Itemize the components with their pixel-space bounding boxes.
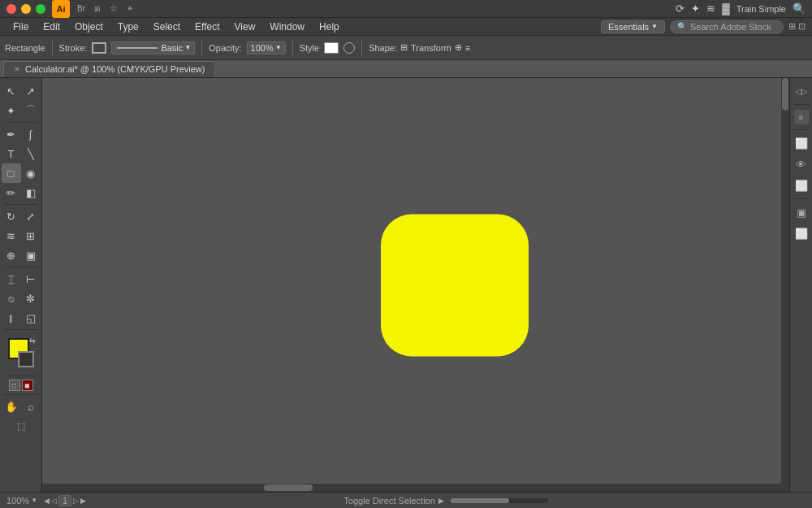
menu-view[interactable]: View	[228, 20, 262, 34]
menubar: File Edit Object Type Select Effect View…	[0, 18, 812, 36]
pencil-button[interactable]: ✏	[2, 183, 21, 202]
column-graph-button[interactable]: ⫿	[2, 308, 21, 328]
swap-colors-icon[interactable]: ⇆	[29, 336, 36, 345]
symbol-spray-button[interactable]: ✼	[21, 289, 41, 308]
status-progress-area: Toggle Direct Selection ▶	[93, 496, 806, 506]
essentials-dropdown[interactable]: Essentials ▼	[601, 20, 665, 33]
lasso-button[interactable]: ⌒	[21, 101, 41, 120]
rotate-button[interactable]: ↻	[2, 206, 21, 226]
stroke-color[interactable]	[92, 42, 106, 54]
stroke-dropdown-arrow: ▼	[184, 44, 191, 51]
minimize-button[interactable]	[21, 4, 31, 14]
sep-3	[5, 267, 37, 267]
quick-mask[interactable]: ◼	[22, 380, 33, 391]
menu-object[interactable]: Object	[68, 20, 110, 34]
titlebar-right: ⟳ ✦ ≋ ▓ Train Simple 🔍	[676, 2, 806, 15]
vertical-scrollbar[interactable]	[781, 78, 789, 492]
libraries-icon[interactable]: ☆	[107, 2, 120, 15]
properties-panel-button[interactable]: ≡	[794, 110, 809, 124]
menu-edit[interactable]: Edit	[37, 20, 67, 34]
rounded-rectangle-shape[interactable]	[381, 215, 529, 357]
appearance-panel-button[interactable]: ⬜	[792, 133, 811, 153]
curvature-button[interactable]: ∫	[21, 124, 41, 144]
transform-label[interactable]: Transform	[411, 43, 451, 53]
battery-icon: ▓	[722, 2, 729, 15]
utility-tools: ⌶ ⊢	[0, 269, 41, 289]
hand-button[interactable]: ✋	[2, 397, 21, 416]
menu-file[interactable]: File	[6, 20, 35, 34]
artboards-panel-button[interactable]: ⬜	[792, 224, 811, 243]
transform-tools: ↻ ⤢	[0, 206, 41, 226]
paintbrush-button[interactable]: ◉	[21, 163, 41, 183]
tabbar: ✕ Calculator.ai* @ 100% (CMYK/GPU Previe…	[0, 60, 812, 78]
sep-6	[5, 394, 37, 395]
magic-lasso-tools: ✦ ⌒	[0, 101, 41, 120]
expand-panels[interactable]: ⊡	[798, 21, 806, 32]
search-icon[interactable]: 🔍	[793, 2, 806, 15]
close-button[interactable]	[6, 4, 16, 14]
blend-button[interactable]: ⍉	[2, 289, 21, 308]
menu-select[interactable]: Select	[147, 20, 187, 34]
horizontal-scrollbar-thumb[interactable]	[264, 484, 313, 491]
line-button[interactable]: ╲	[21, 144, 41, 163]
bridge-icon[interactable]: Br	[75, 2, 88, 15]
arrange-panels[interactable]: ⊞	[788, 21, 796, 32]
vertical-scrollbar-thumb[interactable]	[782, 78, 788, 111]
left-toolbar: ↖ ↗ ✦ ⌒ ✒ ∫ T ╲ □ ◉ ✏ ◧ ↻ ⤢ ≋	[0, 78, 42, 492]
style-swatch[interactable]	[324, 42, 339, 54]
zoom-control[interactable]: 100% ▼	[6, 496, 37, 506]
canvas[interactable]	[122, 102, 788, 468]
menu-help[interactable]: Help	[313, 20, 346, 34]
tab-close-icon[interactable]: ✕	[14, 65, 20, 73]
type-button[interactable]: T	[2, 144, 21, 163]
page-prev-button2[interactable]: ◁	[51, 497, 57, 505]
wifi-icon: ⟳	[676, 2, 685, 15]
direct-selection-button[interactable]: ↗	[21, 81, 41, 101]
gradient-button[interactable]: ▣	[21, 245, 41, 265]
opacity-dropdown[interactable]: 100% ▼	[247, 41, 286, 54]
panel-toggle-button[interactable]: ◁▷	[792, 81, 811, 101]
artboard-button[interactable]: ◱	[21, 308, 41, 328]
menu-type[interactable]: Type	[111, 20, 145, 34]
zoom-button[interactable]: ⌕	[21, 397, 41, 416]
free-transform-button[interactable]: ⊞	[21, 226, 41, 245]
shape-builder-button[interactable]: ⊕	[2, 245, 21, 265]
layers-panel-button[interactable]: ⬜	[792, 176, 811, 195]
style-circle[interactable]	[343, 42, 355, 54]
visibility-panel-button[interactable]: 👁	[792, 154, 811, 174]
document-tab[interactable]: ✕ Calculator.ai* @ 100% (CMYK/GPU Previe…	[3, 61, 215, 77]
eraser-button[interactable]: ◧	[21, 183, 41, 202]
page-next-button[interactable]: ▷	[73, 497, 79, 505]
ai-logo: Ai	[52, 0, 70, 18]
page-prev-button[interactable]: ◀	[44, 497, 50, 505]
menu-effect[interactable]: Effect	[188, 20, 226, 34]
stroke-type-dropdown[interactable]: Basic ▼	[111, 41, 195, 54]
selection-tool-button[interactable]: ↖	[2, 81, 21, 101]
builder-tools: ⊕ ▣	[0, 245, 41, 265]
measure-button[interactable]: ⊢	[21, 269, 41, 289]
maximize-button[interactable]	[36, 4, 45, 14]
search-adobe-stock[interactable]: 🔍 Search Adobe Stock	[670, 20, 784, 33]
stock-icon[interactable]: ⊞	[91, 2, 104, 15]
warp-button[interactable]: ≋	[2, 226, 21, 245]
puppet-warp-icon[interactable]: ⌖	[123, 2, 136, 15]
progress-fill	[451, 498, 509, 503]
rectangle-button[interactable]: □	[2, 163, 21, 183]
sep-5	[5, 376, 37, 376]
sep3	[292, 40, 293, 56]
assets-panel-button[interactable]: ▣	[792, 202, 811, 222]
scale-button[interactable]: ⤢	[21, 206, 41, 226]
pen-button[interactable]: ✒	[2, 124, 21, 144]
eyedropper-button[interactable]: ⌶	[2, 269, 21, 289]
normal-mode[interactable]: ◻	[9, 380, 20, 391]
magic-wand-button[interactable]: ✦	[2, 101, 21, 120]
page-navigation: ◀ ◁ 1 ▷ ▶	[44, 495, 86, 506]
rp-sep2	[793, 129, 810, 130]
page-next-button2[interactable]: ▶	[80, 497, 86, 505]
horizontal-scrollbar[interactable]	[42, 484, 781, 492]
screen-mode[interactable]: ⬚	[11, 416, 31, 436]
titlebar: Ai Br ⊞ ☆ ⌖ ⟳ ✦ ≋ ▓ Train Simple 🔍	[0, 0, 812, 18]
background-color[interactable]	[18, 351, 34, 367]
draw-tools: ✏ ◧	[0, 183, 41, 202]
menu-window[interactable]: Window	[263, 20, 311, 34]
